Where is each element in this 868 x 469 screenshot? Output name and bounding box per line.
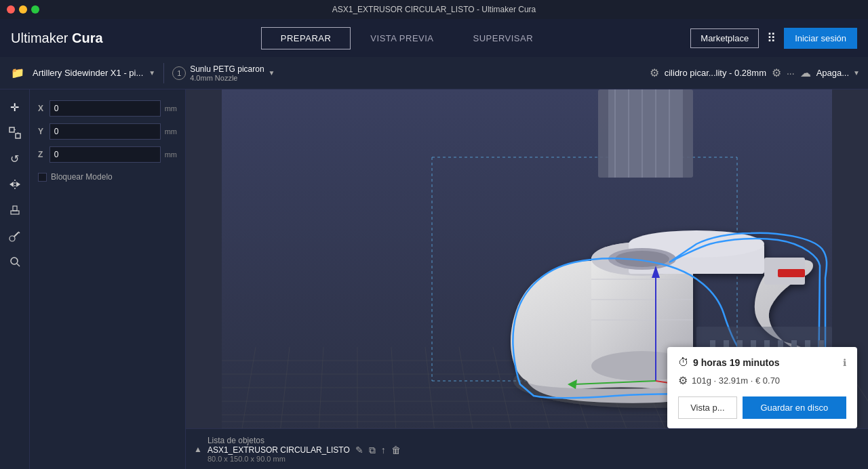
support-tool-button[interactable] bbox=[4, 199, 26, 221]
paint-tool-button[interactable] bbox=[4, 225, 26, 247]
print-label: Apaga... bbox=[816, 68, 849, 78]
tab-vista-previa[interactable]: VISTA PREVIA bbox=[351, 27, 453, 49]
time-section: ⏱ 9 horas 19 minutos ℹ bbox=[678, 356, 846, 369]
toolbar-right: ⚙ cilidro picar...lity - 0.28mm ⚙ ··· ☁ … bbox=[650, 66, 860, 79]
material-number: 1 bbox=[172, 66, 186, 80]
x-transform-row: X mm bbox=[38, 100, 177, 117]
logo-light: Ultimaker bbox=[11, 30, 68, 45]
rotate-tool-button[interactable]: ↺ bbox=[4, 148, 26, 169]
svg-point-9 bbox=[9, 236, 15, 241]
printer-selector[interactable]: Artillery Sidewinder X1 - pi... ▼ bbox=[33, 68, 155, 78]
more-options-icon[interactable]: ··· bbox=[787, 68, 795, 79]
profile-name: cilidro picar...lity - 0.28mm bbox=[665, 68, 766, 78]
svg-marker-6 bbox=[16, 182, 20, 187]
settings-icon-2[interactable]: ⚙ bbox=[772, 66, 781, 79]
window-controls bbox=[7, 5, 39, 14]
folder-icon[interactable]: 📁 bbox=[8, 64, 27, 82]
edit-icon[interactable]: ✎ bbox=[355, 445, 363, 456]
maximize-button[interactable] bbox=[31, 5, 39, 14]
transform-panel: X mm Y mm Z mm Bloquear Modelo bbox=[30, 89, 186, 469]
save-to-disk-button[interactable]: Guardar en disco bbox=[743, 396, 846, 419]
svg-rect-82 bbox=[608, 89, 683, 178]
marketplace-button[interactable]: Marketplace bbox=[690, 28, 759, 48]
material-name: Sunlu PETG picaron bbox=[190, 64, 264, 74]
print-button[interactable]: Apaga... ▼ bbox=[816, 68, 860, 78]
material-section: ⚙ 101g · 32.91m · € 0.70 bbox=[678, 374, 846, 387]
toolbar-separator bbox=[163, 63, 164, 83]
material-chevron-icon: ▼ bbox=[269, 69, 275, 77]
delete-icon[interactable]: 🗑 bbox=[391, 445, 401, 456]
time-text: 9 horas 19 minutos bbox=[693, 357, 780, 368]
statusbar-chevron-icon[interactable]: ▲ bbox=[194, 445, 202, 454]
section-label: Lista de objetos bbox=[208, 436, 350, 445]
time-left: ⏱ 9 horas 19 minutos bbox=[678, 356, 780, 369]
lock-label: Bloquear Modelo bbox=[51, 172, 113, 182]
material-info: Sunlu PETG picaron 4.0mm Nozzle bbox=[190, 64, 264, 82]
close-button[interactable] bbox=[7, 5, 15, 14]
print-chevron-icon: ▼ bbox=[853, 69, 860, 77]
z-label: Z bbox=[38, 150, 45, 159]
filename-label: ASX1_EXTRUSOR CIRCULAR_LISTO bbox=[208, 445, 350, 455]
preview-button[interactable]: Vista p... bbox=[678, 396, 737, 419]
material-section: 1 Sunlu PETG picaron 4.0mm Nozzle ▼ bbox=[172, 64, 275, 82]
info-icon[interactable]: ℹ bbox=[843, 357, 846, 368]
z-unit: mm bbox=[165, 150, 177, 159]
svg-rect-58 bbox=[778, 269, 805, 277]
nav-right: Marketplace ⠿ Iniciar sesión bbox=[690, 28, 857, 49]
top-navigation: Ultimaker Cura PREPARAR VISTA PREVIA SUP… bbox=[0, 19, 868, 57]
share-icon[interactable]: ↑ bbox=[381, 445, 386, 456]
cloud-icon[interactable]: ☁ bbox=[800, 66, 811, 79]
lock-checkbox[interactable] bbox=[38, 173, 47, 182]
y-label: Y bbox=[38, 127, 45, 136]
z-input[interactable] bbox=[50, 146, 161, 163]
x-unit: mm bbox=[165, 104, 177, 113]
titlebar: ASX1_EXTRUSOR CIRCULAR_LISTO - Ultimaker… bbox=[0, 0, 868, 19]
signin-button[interactable]: Iniciar sesión bbox=[784, 28, 857, 49]
svg-rect-0 bbox=[9, 127, 14, 132]
mirror-tool-button[interactable] bbox=[4, 174, 26, 195]
svg-rect-8 bbox=[13, 206, 17, 211]
logo-bold: Cura bbox=[72, 30, 103, 45]
copy-icon[interactable]: ⧉ bbox=[369, 445, 376, 456]
y-transform-row: Y mm bbox=[38, 123, 177, 140]
x-label: X bbox=[38, 104, 45, 113]
material-info-text: 101g · 32.91m · € 0.70 bbox=[692, 375, 780, 386]
settings-icon[interactable]: ⚙ bbox=[650, 66, 659, 79]
tab-supervisar[interactable]: SUPERVISAR bbox=[454, 27, 553, 49]
main-toolbar: 📁 Artillery Sidewinder X1 - pi... ▼ 1 Su… bbox=[0, 57, 868, 89]
app-logo: Ultimaker Cura bbox=[11, 30, 103, 46]
action-buttons: Vista p... Guardar en disco bbox=[678, 396, 846, 419]
tab-preparar[interactable]: PREPARAR bbox=[261, 27, 351, 49]
spool-icon: ⚙ bbox=[678, 374, 688, 387]
window-title: ASX1_EXTRUSOR CIRCULAR_LISTO - Ultimaker… bbox=[332, 5, 536, 14]
material-nozzle: 4.0mm Nozzle bbox=[190, 74, 264, 82]
print-info-panel: ⏱ 9 horas 19 minutos ℹ ⚙ 101g · 32.91m ·… bbox=[667, 347, 857, 428]
z-transform-row: Z mm bbox=[38, 146, 177, 163]
grid-icon[interactable]: ⠿ bbox=[767, 30, 776, 45]
svg-marker-5 bbox=[9, 182, 14, 187]
svg-rect-7 bbox=[11, 211, 19, 214]
printer-name: Artillery Sidewinder X1 - pi... bbox=[33, 68, 143, 78]
search-tool-button[interactable] bbox=[4, 251, 26, 272]
svg-point-12 bbox=[11, 258, 18, 264]
minimize-button[interactable] bbox=[19, 5, 27, 14]
nav-tabs: PREPARAR VISTA PREVIA SUPERVISAR bbox=[123, 27, 691, 49]
status-info: Lista de objetos ASX1_EXTRUSOR CIRCULAR_… bbox=[208, 436, 350, 463]
scale-tool-button[interactable] bbox=[4, 122, 26, 144]
dimensions-label: 80.0 x 150.0 x 90.0 mm bbox=[208, 455, 350, 463]
lock-model-row: Bloquear Modelo bbox=[38, 172, 177, 182]
statusbar-icons: ✎ ⧉ ↑ 🗑 bbox=[355, 445, 401, 456]
clock-icon: ⏱ bbox=[678, 356, 689, 369]
y-unit: mm bbox=[165, 127, 177, 136]
y-input[interactable] bbox=[50, 123, 161, 140]
svg-line-13 bbox=[17, 264, 20, 266]
svg-rect-1 bbox=[16, 134, 20, 138]
printer-chevron-icon: ▼ bbox=[149, 69, 155, 77]
svg-line-10 bbox=[14, 232, 18, 237]
left-toolbar: ✛ ↺ bbox=[0, 89, 30, 469]
3d-viewport[interactable]: ⏱ 9 horas 19 minutos ℹ ⚙ 101g · 32.91m ·… bbox=[186, 89, 868, 469]
move-tool-button[interactable]: ✛ bbox=[4, 96, 26, 118]
statusbar: ▲ Lista de objetos ASX1_EXTRUSOR CIRCULA… bbox=[186, 428, 868, 469]
x-input[interactable] bbox=[50, 100, 161, 117]
main-area: ✛ ↺ bbox=[0, 89, 868, 469]
